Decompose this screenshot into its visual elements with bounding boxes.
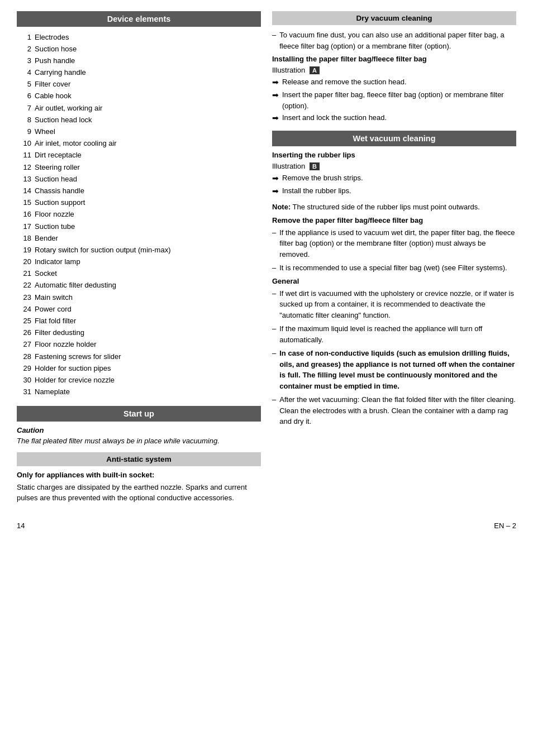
item-label: Cable hook (35, 91, 72, 101)
lang-code: EN – 2 (494, 521, 516, 530)
item-label: Floor nozzle (35, 209, 74, 219)
anti-static-header: Anti-static system (17, 452, 261, 466)
item-label: Filter cover (35, 79, 70, 89)
list-item: 15Suction support (19, 197, 259, 209)
item-num: 11 (19, 150, 31, 160)
dry-vac-intro-text: To vacuum fine dust, you can also use an… (279, 30, 516, 51)
item-num: 26 (19, 328, 31, 338)
dash-icon: – (272, 262, 276, 274)
list-item: –After the wet vacuuming: Clean the flat… (272, 394, 516, 427)
anti-static-body: Static charges are dissipated by the ear… (17, 482, 261, 504)
item-text: If the appliance is used to vacuum wet d… (279, 227, 516, 260)
item-num: 1 (19, 32, 31, 42)
item-label: Flat fold filter (35, 316, 76, 326)
item-num: 18 (19, 233, 31, 243)
remove-filter-title: Remove the paper filter bag/fleece filte… (272, 216, 516, 224)
item-label: Suction tube (35, 222, 75, 232)
general-list: –If wet dirt is vacuumed with the uphols… (272, 288, 516, 427)
item-num: 17 (19, 222, 31, 232)
illus-a-box: A (310, 66, 320, 74)
list-item: ➡Insert the paper filter bag, fleece fil… (272, 89, 516, 111)
arrow-icon: ➡ (272, 173, 279, 184)
anti-static-title: Anti-static system (106, 455, 171, 463)
item-num: 16 (19, 209, 31, 219)
list-item: 22Automatic filter dedusting (19, 280, 259, 291)
item-num: 9 (19, 127, 31, 137)
note-body: The structured side of the rubber lips m… (293, 203, 480, 211)
item-num: 3 (19, 56, 31, 66)
item-num: 15 (19, 198, 31, 208)
startup-header: Start up (17, 406, 261, 422)
dry-vac-intro-item: – To vacuum fine dust, you can also use … (272, 30, 516, 51)
item-num: 8 (19, 115, 31, 125)
caution-text: The flat pleated filter must always be i… (17, 436, 261, 447)
list-item: 11Dirt receptacle (19, 150, 259, 161)
list-item: 10Air inlet, motor cooling air (19, 138, 259, 150)
step-text: Remove the brush strips. (282, 173, 363, 184)
item-label: Carrying handle (35, 68, 86, 78)
item-label: Suction hose (35, 44, 77, 54)
startup-section: Start up Caution The flat pleated filter… (17, 406, 261, 504)
caution-title: Caution (17, 426, 261, 434)
list-item: 16Floor nozzle (19, 209, 259, 221)
item-label: Dirt receptacle (35, 150, 82, 160)
list-item: 14Chassis handle (19, 185, 259, 197)
item-text: If the maximum liquid level is reached t… (279, 323, 516, 345)
item-num: 19 (19, 245, 31, 255)
list-item: ➡Remove the brush strips. (272, 173, 516, 184)
list-item: 27Floor nozzle holder (19, 339, 259, 351)
item-label: Push handle (35, 56, 75, 66)
page-number: 14 (17, 521, 25, 530)
item-label: Socket (35, 269, 57, 279)
item-num: 23 (19, 293, 31, 303)
list-item: ➡Insert and lock the suction head. (272, 112, 516, 124)
illus-b-box: B (310, 162, 320, 170)
list-item: 2Suction hose (19, 43, 259, 55)
dash-icon: – (272, 30, 276, 51)
list-item: 12Steering roller (19, 161, 259, 173)
list-item: 13Suction head (19, 173, 259, 185)
item-num: 27 (19, 339, 31, 350)
item-label: Suction head lock (35, 115, 92, 125)
item-text: If wet dirt is vacuumed with the upholst… (279, 288, 516, 321)
list-item: 20Indicator lamp (19, 256, 259, 268)
list-item: 6Cable hook (19, 90, 259, 102)
install-steps-list: ➡Release and remove the suction head.➡In… (272, 76, 516, 124)
dash-icon: – (272, 348, 276, 391)
item-label: Floor nozzle holder (35, 339, 97, 350)
step-text: Insert and lock the suction head. (282, 112, 387, 124)
item-num: 12 (19, 162, 31, 173)
insert-rubber-title: Inserting the rubber lips (272, 151, 516, 159)
dry-vac-section: Dry vacuum cleaning – To vacuum fine dus… (272, 11, 516, 124)
dash-icon: – (272, 227, 276, 260)
step-text: Release and remove the suction head. (282, 76, 407, 88)
item-num: 6 (19, 91, 31, 101)
list-item: 7Air outlet, working air (19, 102, 259, 114)
item-text: In case of non-conductive liquids (such … (279, 348, 516, 391)
device-elements-title: Device elements (107, 15, 171, 23)
arrow-icon: ➡ (272, 185, 279, 197)
list-item: 25Flat fold filter (19, 315, 259, 327)
right-column: Dry vacuum cleaning – To vacuum fine dus… (272, 11, 516, 507)
list-item: –If the appliance is used to vacuum wet … (272, 227, 516, 260)
device-elements-section: Device elements 1Electrodes2Suction hose… (17, 11, 261, 398)
device-list: 1Electrodes2Suction hose3Push handle4Car… (17, 31, 261, 398)
item-label: Steering roller (35, 162, 80, 173)
list-item: 18Bender (19, 232, 259, 244)
item-num: 10 (19, 138, 31, 149)
item-num: 2 (19, 44, 31, 54)
dry-vac-header: Dry vacuum cleaning (272, 11, 516, 25)
arrow-icon: ➡ (272, 89, 279, 111)
step-text: Install the rubber lips. (282, 185, 351, 197)
device-elements-header: Device elements (17, 11, 261, 27)
list-item: –If wet dirt is vacuumed with the uphols… (272, 288, 516, 321)
item-num: 5 (19, 79, 31, 89)
item-num: 30 (19, 375, 31, 385)
item-label: Fastening screws for slider (35, 352, 121, 362)
list-item: 3Push handle (19, 55, 259, 66)
list-item: 4Carrying handle (19, 67, 259, 79)
item-label: Nameplate (35, 387, 70, 397)
item-num: 22 (19, 280, 31, 290)
item-label: Filter dedusting (35, 328, 84, 338)
list-item: 17Suction tube (19, 221, 259, 232)
